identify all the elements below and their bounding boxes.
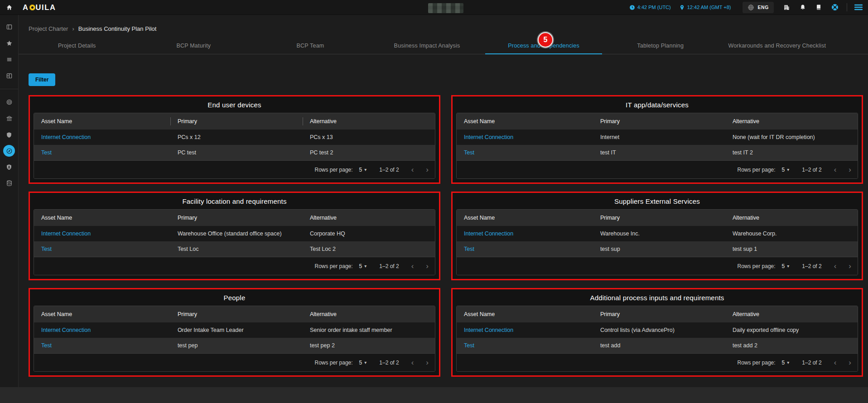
sidebar-item-table-layout[interactable] xyxy=(2,70,16,82)
chevron-down-icon: ▾ xyxy=(787,360,789,365)
rows-per-page-label: Rows per page: xyxy=(738,263,776,269)
asset-link[interactable]: Test xyxy=(457,246,593,252)
asset-link[interactable]: Internet Connection xyxy=(457,327,593,333)
sidebar-item-shield[interactable] xyxy=(2,129,16,141)
asset-link[interactable]: Internet Connection xyxy=(34,327,170,333)
table-cell: test add 2 xyxy=(725,342,858,349)
book-button[interactable] xyxy=(815,4,822,10)
column-header-alternative: Alternative xyxy=(303,306,435,322)
chevron-down-icon: ▾ xyxy=(364,264,366,269)
next-page-button[interactable]: › xyxy=(849,359,851,366)
column-header-asset-name: Asset Name xyxy=(457,306,593,322)
chevron-down-icon: ▾ xyxy=(787,168,789,172)
tab-business-impact-analysis[interactable]: Business Impact Analysis xyxy=(369,39,486,54)
previous-page-button[interactable]: ‹ xyxy=(834,359,837,366)
asset-link[interactable]: Test xyxy=(457,149,593,156)
column-header-alternative: Alternative xyxy=(303,210,435,226)
annotation-highlight-box: Additional process inputs and requiremen… xyxy=(451,288,863,377)
brand-suffix: UILA xyxy=(36,3,56,12)
language-selector[interactable]: ENG xyxy=(743,2,774,13)
sidebar-item-bank[interactable] xyxy=(2,112,16,125)
sidebar-item-shield-user[interactable] xyxy=(2,161,16,173)
column-header-primary: Primary xyxy=(170,306,303,322)
asset-link[interactable]: Internet Connection xyxy=(457,230,593,237)
column-header-asset-name: Asset Name xyxy=(457,113,593,130)
table-cell: test add xyxy=(593,342,725,349)
tables-grid: End user devicesAsset NamePrimaryAlterna… xyxy=(29,95,863,377)
next-page-button[interactable]: › xyxy=(426,166,429,173)
column-header-asset-name: Asset Name xyxy=(34,210,170,226)
sidebar-item-layout-sidebar[interactable] xyxy=(2,21,16,33)
rows-per-page-select[interactable]: 5▾ xyxy=(359,167,367,173)
rows-per-page-select[interactable]: 5▾ xyxy=(782,360,790,366)
annotation-highlight-box: Facility location and requirementsAsset … xyxy=(29,192,440,280)
column-header-primary: Primary xyxy=(593,306,725,322)
rows-per-page-select[interactable]: 5▾ xyxy=(359,360,367,366)
rows-per-page-label: Rows per page: xyxy=(315,360,353,366)
star-icon xyxy=(6,40,13,47)
asset-table: Asset NamePrimaryAlternativeInternet Con… xyxy=(456,209,858,275)
asset-link[interactable]: Test xyxy=(457,342,593,349)
sidebar-item-star[interactable] xyxy=(2,37,16,49)
previous-page-button[interactable]: ‹ xyxy=(411,359,414,366)
tab-bcp-team[interactable]: BCP Team xyxy=(252,39,369,54)
next-page-button[interactable]: › xyxy=(426,262,429,270)
chevron-down-icon: ▾ xyxy=(364,168,366,172)
annotation-highlight-box: Suppliers External ServicesAsset NamePri… xyxy=(451,192,863,280)
topbar-divider xyxy=(847,3,847,11)
breadcrumb-parent[interactable]: Project Charter xyxy=(29,25,68,32)
help-ring-button[interactable] xyxy=(831,4,839,11)
tab-project-details[interactable]: Project Details xyxy=(19,39,135,54)
building-button[interactable] xyxy=(783,4,790,11)
table-cell: Test Loc 2 xyxy=(303,246,435,252)
annotation-badge: 5 xyxy=(538,32,553,48)
asset-table-facility-location-and-requirements: Facility location and requirementsAsset … xyxy=(30,193,439,275)
local-time-indicator: 12:42 AM (GMT +8) xyxy=(679,5,731,10)
annotation-highlight-box: PeopleAsset NamePrimaryAlternativeIntern… xyxy=(29,288,440,377)
asset-link[interactable]: Test xyxy=(34,149,170,156)
table-header-row: Asset NamePrimaryAlternative xyxy=(34,210,435,226)
sidebar-item-target[interactable] xyxy=(2,96,16,108)
tab-bcp-maturity[interactable]: BCP Maturity xyxy=(135,39,252,54)
tab-workarounds-and-recovery-checklist[interactable]: Workarounds and Recovery Checklist xyxy=(719,39,835,54)
tab-tabletop-planning[interactable]: Tabletop Planning xyxy=(602,39,719,54)
sidebar-item-database[interactable] xyxy=(2,177,16,189)
bell-button[interactable] xyxy=(800,4,806,10)
bell-icon xyxy=(800,4,806,10)
next-page-button[interactable]: › xyxy=(849,262,851,270)
previous-page-button[interactable]: ‹ xyxy=(834,262,837,270)
table-title: People xyxy=(30,289,439,306)
asset-link[interactable]: Internet Connection xyxy=(457,134,593,140)
rows-per-page-value: 5 xyxy=(782,167,785,173)
utc-time-indicator: 4:42 PM (UTC) xyxy=(629,5,671,10)
sidebar-item-compass[interactable] xyxy=(3,145,15,157)
next-page-button[interactable]: › xyxy=(849,166,851,173)
rows-per-page-value: 5 xyxy=(782,263,785,269)
annotation-highlight-box: End user devicesAsset NamePrimaryAlterna… xyxy=(29,95,440,184)
sidebar-item-menu-lines[interactable] xyxy=(2,53,16,66)
asset-link[interactable]: Test xyxy=(34,342,170,349)
rows-per-page-select[interactable]: 5▾ xyxy=(359,263,367,269)
column-header-alternative: Alternative xyxy=(725,306,858,322)
previous-page-button[interactable]: ‹ xyxy=(834,166,837,173)
filter-button[interactable]: Filter xyxy=(29,73,55,86)
sidebar xyxy=(0,15,19,387)
table-cell: Internet xyxy=(593,134,725,140)
previous-page-button[interactable]: ‹ xyxy=(411,262,414,270)
previous-page-button[interactable]: ‹ xyxy=(411,166,414,173)
rows-per-page-select[interactable]: 5▾ xyxy=(782,263,790,269)
main-menu-button[interactable] xyxy=(854,4,863,10)
home-button[interactable] xyxy=(0,0,19,15)
table-header-row: Asset NamePrimaryAlternative xyxy=(457,210,858,226)
asset-link[interactable]: Internet Connection xyxy=(34,230,170,237)
pagination-range: 1–2 of 2 xyxy=(802,263,821,269)
topbar-right-cluster: 4:42 PM (UTC) 12:42 AM (GMT +8) ENG xyxy=(621,2,868,13)
asset-link[interactable]: Internet Connection xyxy=(34,134,170,140)
asset-link[interactable]: Test xyxy=(34,246,170,252)
next-page-button[interactable]: › xyxy=(426,359,429,366)
table-cell: Order Intake Team Leader xyxy=(170,327,303,333)
annotation-highlight-box: IT app/data/servicesAsset NamePrimaryAlt… xyxy=(451,95,863,184)
rows-per-page-select[interactable]: 5▾ xyxy=(782,167,790,173)
chevron-down-icon: ▾ xyxy=(787,264,789,269)
asset-table-suppliers-external-services: Suppliers External ServicesAsset NamePri… xyxy=(453,193,862,275)
